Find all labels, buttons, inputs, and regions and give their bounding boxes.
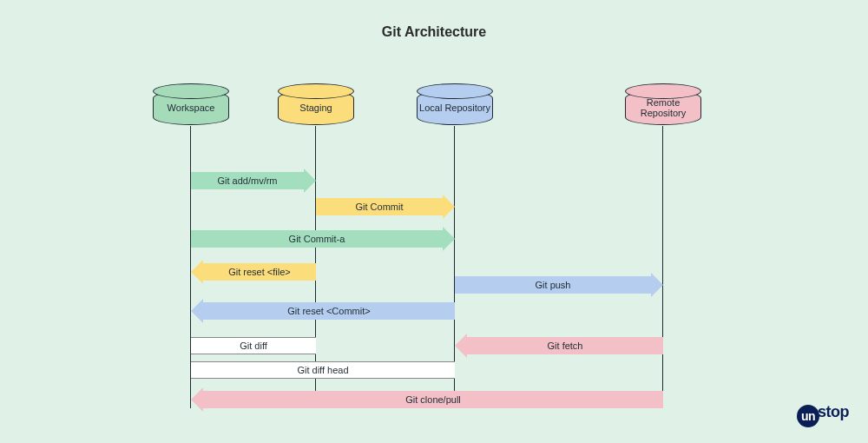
arrow-label: Git add/mv/rm [217,175,277,186]
git-architecture-diagram: Git Architecture Workspace Staging Local… [0,0,868,443]
arrow-head-icon [455,334,467,358]
arrow-head-icon [443,227,455,251]
arrow-git-clone-pull: Git clone/pull [203,391,663,408]
logo-circle: un [797,405,819,427]
cylinder-icon: Remote Repository [625,90,701,125]
arrow-label: Git diff head [297,365,348,375]
arrow-label: Git Commit-a [289,234,345,244]
diagram-title: Git Architecture [0,24,868,40]
cylinder-icon: Local Repository [417,90,493,125]
cylinder-icon: Workspace [153,90,229,125]
arrow-git-commit-a: Git Commit-a [191,230,443,248]
arrow-head-icon [191,299,203,323]
unstop-logo: unstop [797,403,849,427]
node-label: Staging [299,102,332,113]
arrow-label: Git push [536,280,571,290]
node-label: Workspace [168,102,215,113]
node-local-repo: Local Repository [417,90,493,125]
node-remote-repo: Remote Repository [625,90,701,125]
arrow-label: Git Commit [356,202,404,212]
arrow-label: Git reset <Commit> [287,306,370,316]
arrow-head-icon [651,273,663,297]
node-staging: Staging [278,90,354,125]
arrow-git-push: Git push [455,276,651,294]
cylinder-icon: Staging [278,90,354,125]
arrow-git-add: Git add/mv/rm [191,172,304,189]
node-label: Local Repository [419,102,490,113]
lifeline-remote-repo [662,126,663,408]
node-label: Remote Repository [626,97,700,118]
arrow-label: Git diff [240,341,267,351]
arrow-head-icon [304,169,316,193]
arrow-git-reset-commit: Git reset <Commit> [203,302,455,320]
arrow-head-icon [191,387,203,412]
arrow-head-icon [191,260,203,284]
arrow-label: Git fetch [548,341,583,351]
arrow-label: Git clone/pull [405,394,461,405]
arrow-git-commit: Git Commit [316,198,443,215]
node-workspace: Workspace [153,90,229,125]
logo-text: stop [818,403,849,420]
bar-git-diff-head: Git diff head [191,361,455,379]
arrow-git-fetch: Git fetch [467,337,663,354]
arrow-git-reset-file: Git reset <file> [203,263,316,281]
arrow-label: Git reset <file> [228,267,291,277]
bar-git-diff: Git diff [191,337,316,354]
arrow-head-icon [443,195,455,219]
